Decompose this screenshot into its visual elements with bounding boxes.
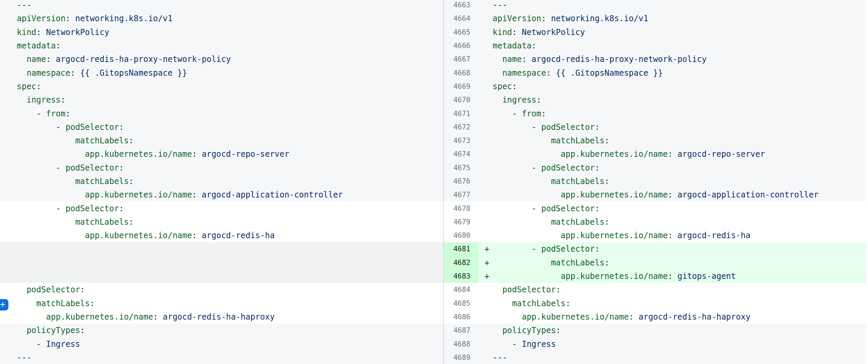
line-number[interactable]: 4682 [444,256,478,269]
diff-row-new: 4666metadata: [444,39,866,53]
diff-row-new: 4676 matchLabels: [444,175,866,188]
line-number[interactable]: 4676 [444,175,478,188]
diff-row-new: 4668 namespace: {{ .GitopsNamespace }} [444,66,866,79]
code-line: ingress: [478,93,866,107]
diff-row-old: matchLabels: [0,134,443,147]
line-number[interactable]: 4683 [444,269,478,283]
line-number[interactable]: 4685 [444,297,478,310]
code-line: - podSelector: [0,121,443,134]
new-code-rows: 4663---4664apiVersion: networking.k8s.io… [444,0,866,364]
diff-row-old: namespace: {{ .GitopsNamespace }} [0,66,443,79]
plus-icon: + [0,300,5,309]
line-number[interactable]: 4680 [444,229,478,242]
code-line: podSelector: [0,283,443,296]
diff-row-old [0,242,443,256]
code-line: metadata: [0,39,443,53]
diff-row-new: 4680 app.kubernetes.io/name: argocd-redi… [444,229,866,242]
diff-row-new: 4663--- [444,0,866,12]
line-number[interactable]: 4687 [444,324,478,337]
code-line: - Ingress [0,337,443,351]
line-number[interactable]: 4671 [444,107,478,120]
code-line: apiVersion: networking.k8s.io/v1 [0,12,443,25]
old-code-rows: ---apiVersion: networking.k8s.io/v1kind:… [0,0,443,364]
code-line: apiVersion: networking.k8s.io/v1 [478,12,866,25]
code-line: - podSelector: [0,161,443,175]
code-line: podSelector: [478,283,866,296]
line-number[interactable]: 4681 [444,242,478,256]
code-line: policyTypes: [478,324,866,337]
code-line: name: argocd-redis-ha-proxy-network-poli… [478,53,866,66]
code-line: app.kubernetes.io/name: argocd-redis-ha-… [478,310,866,324]
diff-row-old [0,269,443,283]
line-number[interactable]: 4663 [444,0,478,12]
line-number[interactable]: 4668 [444,66,478,79]
code-line: matchLabels: [478,297,866,310]
code-line: namespace: {{ .GitopsNamespace }} [0,66,443,79]
code-line: matchLabels: [478,175,866,188]
add-comment-button[interactable]: + [0,299,8,310]
diff-row-new: 4672 - podSelector: [444,121,866,134]
diff-row-new: 4664apiVersion: networking.k8s.io/v1 [444,12,866,25]
line-number[interactable]: 4672 [444,121,478,134]
code-line: kind: NetworkPolicy [0,26,443,39]
split-diff-view: ---apiVersion: networking.k8s.io/v1kind:… [0,0,868,364]
diff-row-new: 4677 app.kubernetes.io/name: argocd-appl… [444,188,866,201]
line-number[interactable]: 4688 [444,337,478,351]
diff-row-new: 4669spec: [444,80,866,93]
code-line: ingress: [0,93,443,107]
diff-row-old: apiVersion: networking.k8s.io/v1 [0,12,443,25]
line-number[interactable]: 4675 [444,161,478,175]
line-number[interactable]: 4674 [444,147,478,161]
diff-row-new: 4675 - podSelector: [444,161,866,175]
diff-row-old: --- [0,351,443,364]
added-line-marker: + [485,258,489,267]
line-number[interactable]: 4678 [444,201,478,215]
line-number[interactable]: 4673 [444,134,478,147]
diff-row-old: spec: [0,80,443,93]
diff-row-old: app.kubernetes.io/name: argocd-redis-ha-… [0,310,443,324]
code-line: --- [0,0,443,12]
diff-row-new: 4670 ingress: [444,93,866,107]
line-number[interactable]: 4686 [444,310,478,324]
line-number[interactable]: 4670 [444,93,478,107]
line-number[interactable]: 4667 [444,53,478,66]
code-line-added: + matchLabels: [478,256,866,269]
diff-row-new: 4689--- [444,351,866,364]
diff-row-old: app.kubernetes.io/name: argocd-applicati… [0,188,443,201]
diff-row-new: 4665kind: NetworkPolicy [444,26,866,39]
line-number[interactable]: 4664 [444,12,478,25]
diff-row-old: matchLabels: [0,175,443,188]
diff-row-new: 4686 app.kubernetes.io/name: argocd-redi… [444,310,866,324]
diff-row-old: name: argocd-redis-ha-proxy-network-poli… [0,53,443,66]
diff-row-new: 4679 matchLabels: [444,215,866,229]
diff-row-old: - podSelector: [0,201,443,215]
line-number[interactable]: 4689 [444,351,478,364]
diff-row-new: 4678 - podSelector: [444,201,866,215]
code-line: - podSelector: [0,201,443,215]
line-number[interactable]: 4669 [444,80,478,93]
line-number[interactable]: 4684 [444,283,478,296]
line-number[interactable]: 4679 [444,215,478,229]
diff-row-new: 4685 matchLabels: [444,297,866,310]
diff-row-new: 4667 name: argocd-redis-ha-proxy-network… [444,53,866,66]
added-line-marker: + [485,244,489,254]
code-line-empty [0,269,443,283]
code-line: spec: [0,80,443,93]
code-line: matchLabels: [0,297,443,310]
diff-row-new: 4683+ app.kubernetes.io/name: gitops-age… [444,269,866,283]
code-line-added: + - podSelector: [478,242,866,256]
diff-row-old: app.kubernetes.io/name: argocd-repo-serv… [0,147,443,161]
line-number[interactable]: 4666 [444,39,478,53]
diff-row-old: matchLabels: [0,297,443,310]
code-line: app.kubernetes.io/name: argocd-applicati… [0,188,443,201]
code-line: metadata: [478,39,866,53]
line-number[interactable]: 4677 [444,188,478,201]
code-line: name: argocd-redis-ha-proxy-network-poli… [0,53,443,66]
diff-row-old: ingress: [0,93,443,107]
code-line: - podSelector: [478,201,866,215]
code-line: matchLabels: [0,215,443,229]
code-line: app.kubernetes.io/name: argocd-repo-serv… [0,147,443,161]
diff-pane-new: 4663---4664apiVersion: networking.k8s.io… [444,0,866,364]
code-line: app.kubernetes.io/name: argocd-applicati… [478,188,866,201]
line-number[interactable]: 4665 [444,26,478,39]
